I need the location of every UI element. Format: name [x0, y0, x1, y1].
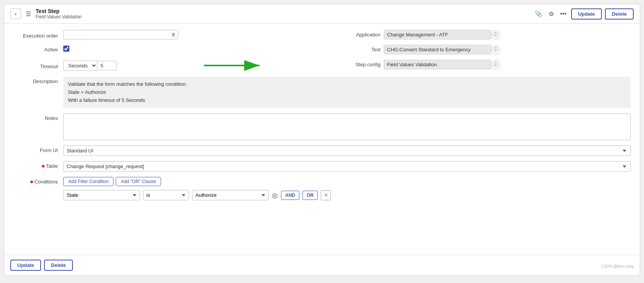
- execution-order-input[interactable]: [63, 30, 178, 39]
- active-checkbox[interactable]: [63, 46, 69, 52]
- table-row: Table Change Request [change_request]: [13, 161, 631, 172]
- condition-value-select[interactable]: Authorize: [192, 190, 269, 200]
- step-config-label: Step config: [353, 62, 384, 67]
- watermark: CSDN @ibun.song: [601, 264, 634, 268]
- footer: Update Delete: [4, 255, 640, 275]
- timeout-input-group: Seconds: [63, 61, 117, 71]
- timeout-unit-select[interactable]: Seconds: [63, 61, 97, 71]
- application-group: Application Change Management - ATF ⓘ: [353, 30, 631, 39]
- add-filter-condition-button[interactable]: Add Filter Condition: [63, 177, 113, 186]
- page-title-sub: Field Values Validation: [36, 14, 82, 20]
- header-left: ‹ ☰ Test Step Field Values Validation: [10, 8, 82, 20]
- header-delete-button[interactable]: Delete: [605, 8, 634, 20]
- application-label: Application: [353, 32, 384, 38]
- header-update-button[interactable]: Update: [571, 8, 602, 20]
- timeout-value-input[interactable]: [97, 61, 117, 70]
- remove-condition-button[interactable]: ✕: [321, 190, 331, 200]
- test-group: Test CHG:Convert Standard to Emergency ⓘ: [353, 45, 631, 54]
- description-label: Description: [13, 77, 63, 84]
- timeout-group: Timeout Seconds: [13, 60, 353, 71]
- form-ui-label: Form UI: [13, 146, 63, 153]
- header-right: 📎 ⚙ ••• Update Delete: [533, 8, 634, 20]
- conditions-label: Conditions: [13, 177, 63, 185]
- step-config-group: Step config Field Values Validation ⓘ: [353, 60, 631, 69]
- notes-row: Notes: [13, 113, 631, 140]
- application-info-button[interactable]: ⓘ: [491, 30, 500, 39]
- condition-filter-row: State is Authorize ◎ AND OR ✕: [63, 190, 631, 200]
- description-row: Description Validate that the form match…: [13, 77, 631, 108]
- header-title: Test Step Field Values Validation: [36, 8, 82, 20]
- condition-operator-select[interactable]: is: [143, 190, 189, 200]
- arrow-container: [117, 60, 353, 71]
- main-container: ‹ ☰ Test Step Field Values Validation 📎 …: [4, 4, 640, 276]
- step-config-value: Field Values Validation: [384, 60, 491, 69]
- more-options-btn[interactable]: •••: [559, 9, 568, 19]
- and-button[interactable]: AND: [281, 191, 299, 200]
- condition-radio-icon[interactable]: ◎: [272, 191, 278, 200]
- timeout-stepconfig-row: Timeout Seconds: [13, 60, 631, 71]
- step-config-arrow: [204, 60, 265, 71]
- notes-label: Notes: [13, 113, 63, 121]
- page-title-main: Test Step: [36, 8, 82, 14]
- form-ui-select[interactable]: Standard UI: [63, 146, 631, 156]
- conditions-content: Add Filter Condition Add "OR" Clause Sta…: [63, 177, 631, 200]
- attachment-icon-btn[interactable]: 📎: [533, 9, 544, 19]
- active-test-row: Active Test CHG:Convert Standard to Emer…: [13, 45, 631, 54]
- footer-delete-button[interactable]: Delete: [44, 260, 73, 271]
- test-label: Test: [353, 47, 384, 52]
- footer-update-button[interactable]: Update: [10, 260, 41, 271]
- condition-field-select[interactable]: State: [63, 190, 140, 200]
- back-button[interactable]: ‹: [10, 8, 21, 19]
- header: ‹ ☰ Test Step Field Values Validation 📎 …: [4, 4, 640, 24]
- execution-order-group: Execution order: [13, 30, 353, 39]
- settings-icon-btn[interactable]: ⚙: [547, 9, 555, 19]
- application-value: Change Management - ATF: [384, 30, 491, 39]
- execution-order-label: Execution order: [13, 31, 63, 39]
- conditions-buttons: Add Filter Condition Add "OR" Clause: [63, 177, 631, 186]
- table-select[interactable]: Change Request [change_request]: [63, 161, 631, 172]
- menu-icon[interactable]: ☰: [26, 10, 31, 18]
- table-label: Table: [13, 161, 63, 169]
- active-group: Active: [13, 45, 353, 52]
- execution-application-row: Execution order Application Change Manag…: [13, 30, 631, 39]
- description-text: Validate that the form matches the follo…: [63, 77, 631, 108]
- add-or-clause-button[interactable]: Add "OR" Clause: [116, 177, 161, 186]
- step-config-info-button[interactable]: ⓘ: [491, 60, 500, 69]
- or-button[interactable]: OR: [302, 191, 318, 200]
- notes-textarea[interactable]: [63, 113, 631, 140]
- test-value: CHG:Convert Standard to Emergency: [384, 45, 491, 54]
- active-label: Active: [13, 45, 63, 52]
- form-ui-row: Form UI Standard UI: [13, 146, 631, 156]
- form-content: Execution order Application Change Manag…: [4, 24, 640, 212]
- test-info-button[interactable]: ⓘ: [491, 45, 500, 54]
- timeout-label: Timeout: [13, 62, 63, 69]
- conditions-row: Conditions Add Filter Condition Add "OR"…: [13, 177, 631, 200]
